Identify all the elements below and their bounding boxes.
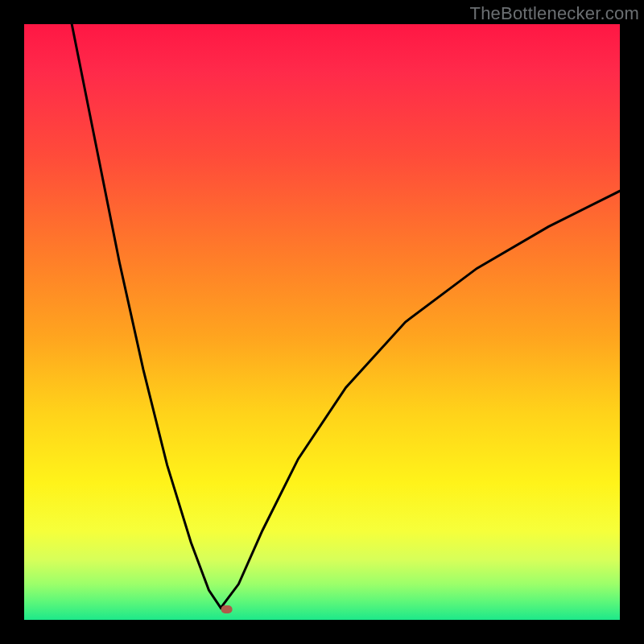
chart-frame: TheBottlenecker.com bbox=[0, 0, 644, 644]
notch-marker bbox=[221, 605, 233, 613]
curve-path bbox=[72, 24, 620, 608]
plot-area bbox=[24, 24, 620, 620]
bottleneck-curve bbox=[24, 24, 620, 620]
watermark-text: TheBottlenecker.com bbox=[470, 3, 639, 24]
